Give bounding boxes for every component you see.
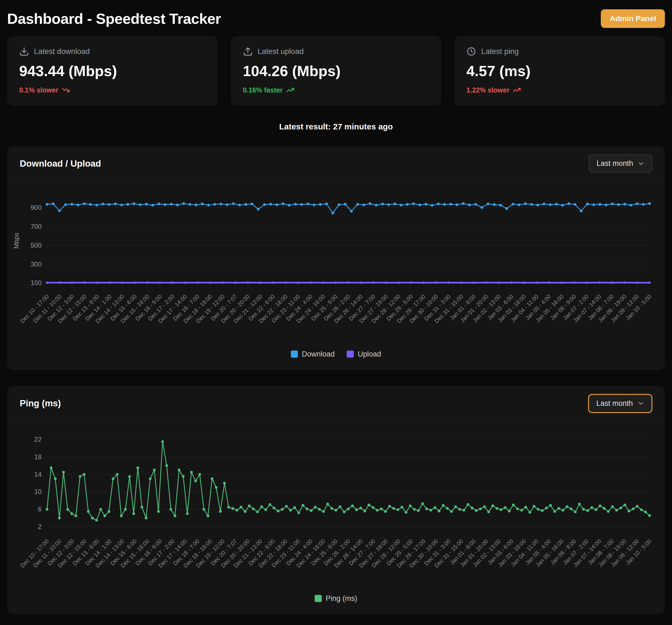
- stat-card-upload: Latest upload 104.26 (Mbps) 0.16% faster: [231, 36, 441, 106]
- downup-range-select[interactable]: Last month: [589, 154, 652, 173]
- stats-row: Latest download 943.44 (Mbps) 0.1% slowe…: [7, 36, 665, 106]
- topbar: Dashboard - Speedtest Tracker Admin Pane…: [7, 3, 665, 36]
- legend-item-ping-ms[interactable]: Ping (ms): [315, 594, 357, 603]
- stat-card-download: Latest download 943.44 (Mbps) 0.1% slowe…: [7, 36, 218, 106]
- chart-title: Download / Upload: [20, 158, 101, 169]
- legend-swatch: [291, 351, 298, 358]
- stat-change: 0.1% slower: [19, 86, 206, 94]
- stat-change-text: 0.1% slower: [19, 86, 58, 94]
- stat-change: 1.22% slower: [466, 86, 653, 94]
- stat-change-text: 1.22% slower: [466, 86, 509, 94]
- svg-text:700: 700: [31, 223, 42, 230]
- dashboard-page: Dashboard - Speedtest Tracker Admin Pane…: [0, 0, 672, 625]
- legend-label: Download: [302, 350, 335, 358]
- svg-text:Mbps: Mbps: [13, 232, 20, 249]
- stat-value: 943.44 (Mbps): [19, 62, 206, 79]
- chart-title: Ping (ms): [20, 398, 61, 408]
- svg-text:900: 900: [31, 204, 42, 211]
- stat-label: Latest download: [34, 47, 90, 56]
- range-select-value: Last month: [596, 159, 633, 168]
- svg-text:500: 500: [31, 242, 42, 249]
- legend-label: Upload: [358, 350, 381, 358]
- svg-text:2: 2: [38, 523, 41, 530]
- stat-label: Latest ping: [481, 47, 519, 56]
- download-upload-chart-card: Download / Upload Last month 10030050070…: [7, 146, 665, 370]
- stat-label: Latest upload: [258, 47, 304, 56]
- chart-body: 2610141822Dec 10 - 17:00Dec 11 - 10:00De…: [7, 421, 665, 592]
- clock-icon: [466, 47, 476, 56]
- stat-card-ping: Latest ping 4.57 (ms) 1.22% slower: [454, 36, 665, 106]
- latest-result-text: Latest result: 27 minutes ago: [7, 122, 665, 131]
- legend-swatch: [347, 351, 354, 358]
- svg-text:14: 14: [34, 470, 42, 478]
- chart-header: Download / Upload Last month: [7, 146, 665, 181]
- svg-text:18: 18: [34, 453, 42, 460]
- stat-head: Latest ping: [466, 47, 653, 56]
- stat-value: 104.26 (Mbps): [243, 62, 429, 79]
- trending-down-icon: [62, 86, 70, 94]
- trending-up-icon: [286, 86, 294, 94]
- download-icon: [19, 47, 29, 56]
- chart-body: 100300500700900MbpsDec 10 - 17:00Dec 11 …: [7, 181, 665, 347]
- stat-head: Latest upload: [243, 47, 429, 56]
- svg-text:22: 22: [34, 435, 42, 443]
- page-title: Dashboard - Speedtest Tracker: [7, 10, 221, 27]
- upload-icon: [243, 47, 253, 56]
- chart-legend: DownloadUpload: [7, 347, 665, 370]
- svg-text:10: 10: [34, 488, 42, 495]
- chart-header: Ping (ms) Last month: [7, 386, 665, 421]
- admin-panel-button[interactable]: Admin Panel: [601, 9, 665, 28]
- legend-item-upload[interactable]: Upload: [347, 350, 381, 358]
- stat-value: 4.57 (ms): [466, 62, 653, 79]
- range-select-value: Last month: [596, 399, 633, 408]
- download-upload-chart[interactable]: 100300500700900MbpsDec 10 - 17:00Dec 11 …: [9, 185, 659, 347]
- chevron-down-icon: [637, 400, 644, 407]
- stat-change: 0.16% faster: [243, 86, 429, 94]
- chevron-down-icon: [638, 160, 645, 167]
- trending-up-icon: [513, 86, 521, 94]
- ping-chart-card: Ping (ms) Last month 2610141822Dec 10 - …: [7, 386, 665, 614]
- ping-range-select[interactable]: Last month: [588, 394, 652, 413]
- svg-text:300: 300: [31, 260, 42, 268]
- chart-legend: Ping (ms): [7, 592, 665, 614]
- legend-label: Ping (ms): [326, 594, 357, 603]
- ping-chart[interactable]: 2610141822Dec 10 - 17:00Dec 11 - 10:00De…: [9, 425, 659, 592]
- stat-change-text: 0.16% faster: [243, 86, 283, 94]
- legend-swatch: [315, 595, 322, 602]
- stat-head: Latest download: [19, 47, 206, 56]
- legend-item-download[interactable]: Download: [291, 350, 335, 358]
- svg-text:100: 100: [31, 279, 42, 286]
- svg-text:6: 6: [38, 505, 41, 513]
